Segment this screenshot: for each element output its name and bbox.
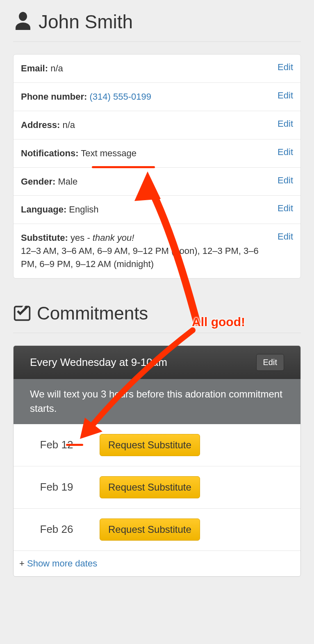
- gender-value: Male: [58, 176, 77, 187]
- page-title-row: John Smith: [13, 0, 301, 42]
- row-email: Email: n/a Edit: [14, 55, 300, 83]
- gender-label: Gender:: [21, 176, 55, 187]
- substitute-thanks: thank you!: [93, 233, 134, 243]
- edit-phone[interactable]: Edit: [278, 90, 293, 101]
- more-dates-row: + Show more dates: [14, 551, 300, 576]
- notifications-value: Text message: [81, 148, 137, 158]
- row-language: Language: English Edit: [14, 196, 300, 224]
- row-gender: Gender: Male Edit: [14, 168, 300, 196]
- edit-email[interactable]: Edit: [278, 62, 293, 73]
- request-substitute-button[interactable]: Request Substitute: [100, 476, 200, 498]
- row-notifications: Notifications: Text message Edit: [14, 139, 300, 168]
- substitute-times: 12–3 AM, 3–6 AM, 6–9 AM, 9–12 PM (noon),…: [21, 244, 271, 271]
- date-label: Feb 12: [14, 438, 100, 451]
- row-phone: Phone number: (314) 555-0199 Edit: [14, 83, 300, 111]
- edit-substitute[interactable]: Edit: [278, 231, 293, 242]
- notifications-label: Notifications:: [21, 148, 79, 158]
- substitute-value: yes: [71, 233, 84, 243]
- check-square-icon: [13, 304, 37, 323]
- edit-notifications[interactable]: Edit: [278, 147, 293, 158]
- language-value: English: [69, 204, 98, 215]
- page-title: John Smith: [39, 11, 133, 33]
- commitment-card: Every Wednesday at 9-10am Edit We will t…: [13, 345, 301, 577]
- request-substitute-button[interactable]: Request Substitute: [100, 518, 200, 541]
- date-row: Feb 26 Request Substitute: [14, 509, 300, 551]
- phone-value[interactable]: (314) 555-0199: [89, 91, 151, 102]
- row-address: Address: n/a Edit: [14, 111, 300, 139]
- plus-icon: +: [19, 558, 27, 569]
- email-label: Email:: [21, 63, 48, 73]
- request-substitute-button[interactable]: Request Substitute: [100, 434, 200, 456]
- commitment-schedule-title: Every Wednesday at 9-10am: [30, 356, 167, 369]
- date-label: Feb 19: [14, 481, 100, 493]
- edit-language[interactable]: Edit: [278, 203, 293, 214]
- substitute-label: Substitute:: [21, 233, 68, 243]
- commitment-header: Every Wednesday at 9-10am Edit: [14, 346, 300, 379]
- address-label: Address:: [21, 120, 60, 130]
- edit-gender[interactable]: Edit: [278, 175, 293, 186]
- date-row: Feb 12 Request Substitute: [14, 424, 300, 466]
- commitment-notice: We will text you 3 hours before this ado…: [14, 379, 300, 424]
- phone-label: Phone number:: [21, 91, 87, 102]
- row-substitute: Substitute: yes - thank you! 12–3 AM, 3–…: [14, 224, 300, 278]
- language-label: Language:: [21, 204, 66, 215]
- address-value: n/a: [62, 120, 75, 130]
- date-label: Feb 26: [14, 523, 100, 536]
- profile-card: Email: n/a Edit Phone number: (314) 555-…: [13, 54, 301, 279]
- edit-address[interactable]: Edit: [278, 119, 293, 129]
- show-more-dates-link[interactable]: Show more dates: [27, 558, 97, 569]
- user-icon: [13, 10, 39, 33]
- commitments-heading: Commitments: [37, 303, 148, 324]
- email-value: n/a: [50, 63, 63, 73]
- date-row: Feb 19 Request Substitute: [14, 466, 300, 509]
- commitments-title-row: Commitments: [13, 279, 301, 333]
- edit-commitment-button[interactable]: Edit: [256, 354, 284, 371]
- substitute-dash: -: [84, 233, 93, 243]
